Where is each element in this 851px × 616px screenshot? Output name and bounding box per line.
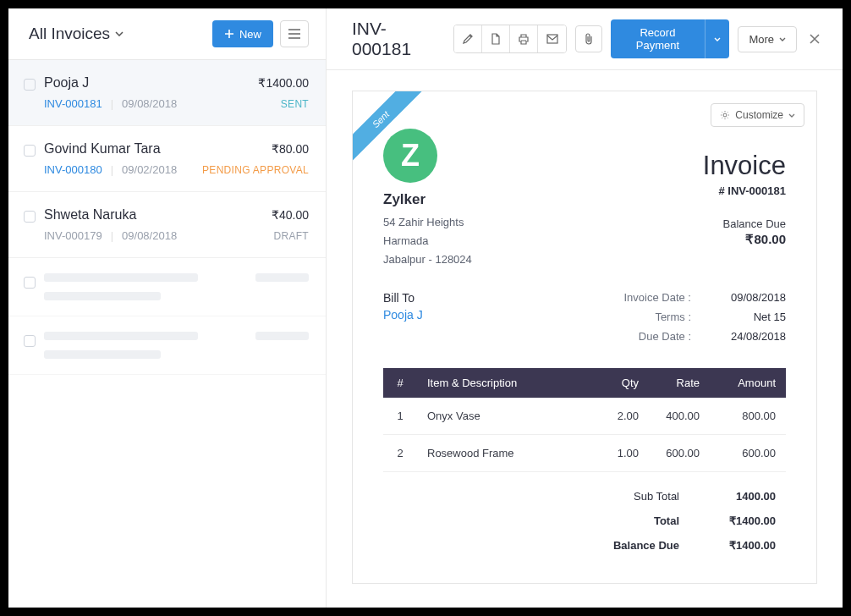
invoice-date: 09/08/2018 [122,229,177,242]
table-row: 2 Rosewood Frame 1.00 600.00 600.00 [383,435,786,472]
invoice-number[interactable]: INV-000180 [44,163,102,176]
invoice-detail-panel: INV-000181 Record Payment More [327,8,843,608]
detail-header: INV-000181 Record Payment More [327,8,843,70]
checkbox [24,277,36,289]
printer-icon [518,33,530,45]
invoice-list-panel: All Invoices New Pooja J ₹1400.00 [8,8,327,608]
checkbox[interactable] [24,211,36,223]
svg-point-1 [723,113,727,117]
cell-amount: 800.00 [710,398,786,435]
more-button[interactable]: More [738,26,797,52]
checkbox[interactable] [24,79,36,91]
cell-desc: Rosewood Frame [417,435,598,472]
col-num: # [383,368,417,398]
cell-desc: Onyx Vase [417,398,598,435]
col-amount: Amount [710,368,786,398]
total-label: Balance Due [578,539,679,552]
dates-block: Invoice Date :09/08/2018Terms :Net 15Due… [607,291,786,349]
bill-to-name[interactable]: Pooja J [383,308,423,322]
skeleton-item [8,258,326,316]
ribbon-text: Sent [353,91,426,165]
invoice-date: 09/08/2018 [122,97,177,110]
caret-down-icon [779,37,786,41]
view-selector[interactable]: All Invoices [29,25,124,43]
invoice-list-item[interactable]: Govind Kumar Tara ₹80.00 INV-000180 | 09… [8,126,326,192]
cell-rate: 400.00 [649,398,710,435]
col-rate: Rate [649,368,710,398]
date-label: Terms : [607,311,691,323]
detail-action-group [453,25,567,53]
customer-name: Pooja J [44,75,89,91]
edit-button[interactable] [454,25,482,52]
invoice-list-item[interactable]: Pooja J ₹1400.00 INV-000181 | 09/08/2018… [8,60,326,126]
company-name: Zylker [383,191,472,208]
record-payment-split: Record Payment [611,19,730,58]
email-button[interactable] [538,25,566,52]
pdf-button[interactable] [482,25,510,52]
invoice-date: 09/02/2018 [122,163,177,176]
detail-title: INV-000181 [352,19,440,59]
status-badge: DRAFT [274,230,310,242]
date-value: Net 15 [711,311,786,323]
doc-number: # INV-000181 [703,184,786,197]
checkbox[interactable] [24,145,36,157]
invoice-list: Pooja J ₹1400.00 INV-000181 | 09/08/2018… [8,60,326,608]
amount: ₹1400.00 [258,76,309,90]
mail-icon [546,34,558,44]
cell-qty: 1.00 [598,435,649,472]
total-label: Sub Total [578,490,679,503]
col-qty: Qty [598,368,649,398]
record-payment-dropdown[interactable] [705,19,729,58]
balance-due-label: Balance Due [703,217,786,230]
date-label: Invoice Date : [607,291,691,304]
title-block: Invoice # INV-000181 Balance Due ₹80.00 [703,129,786,247]
customize-button[interactable]: Customize [711,103,804,127]
new-label: New [239,28,261,41]
caret-down-icon [788,113,795,118]
caret-down-icon [714,37,721,41]
plus-icon [224,29,234,39]
status-badge: PENDING APPROVAL [202,164,309,176]
checkbox [24,335,36,347]
close-button[interactable] [805,30,824,48]
list-options-button[interactable] [280,20,309,47]
new-invoice-button[interactable]: New [212,20,273,47]
line-items-table: # Item & Description Qty Rate Amount 1 O… [383,368,786,472]
list-header: All Invoices New [8,8,326,60]
totals-block: Sub Total1400.00Total₹1400.00Balance Due… [383,484,786,558]
more-label: More [749,33,774,46]
chevron-down-icon [115,31,124,36]
file-icon [491,33,501,45]
invoice-list-item[interactable]: Shweta Naruka ₹40.00 INV-000179 | 09/08/… [8,192,326,258]
invoice-card: Sent Customize Z Zylker [352,91,817,584]
invoice-number: INV-000179 [44,229,102,242]
customize-label: Customize [735,109,783,121]
hamburger-icon [288,29,300,39]
invoice-number[interactable]: INV-000181 [44,97,102,110]
record-payment-button[interactable]: Record Payment [611,19,706,58]
amount: ₹40.00 [272,208,309,222]
cell-num: 2 [383,435,417,472]
balance-due-value: ₹80.00 [703,232,786,247]
amount: ₹80.00 [272,142,309,156]
bill-to-label: Bill To [383,291,423,305]
attachment-icon [584,33,594,45]
print-button[interactable] [510,25,538,52]
company-addr1: 54 Zahir Heights [383,213,472,232]
customer-name: Govind Kumar Tara [44,141,161,157]
skeleton-item [8,316,326,375]
col-desc: Item & Description [417,368,598,398]
close-icon [809,33,821,45]
total-value: ₹1400.00 [700,514,776,527]
company-addr3: Jabalpur - 128024 [383,250,472,269]
view-title-text: All Invoices [29,25,110,43]
bill-to-block: Bill To Pooja J [383,291,423,349]
gear-icon [720,110,730,120]
cell-num: 1 [383,398,417,435]
attach-button[interactable] [575,25,601,52]
table-row: 1 Onyx Vase 2.00 400.00 800.00 [383,398,786,435]
svg-rect-0 [547,35,557,43]
cell-qty: 2.00 [598,398,649,435]
total-label: Total [578,514,679,527]
status-badge: SENT [281,98,309,110]
